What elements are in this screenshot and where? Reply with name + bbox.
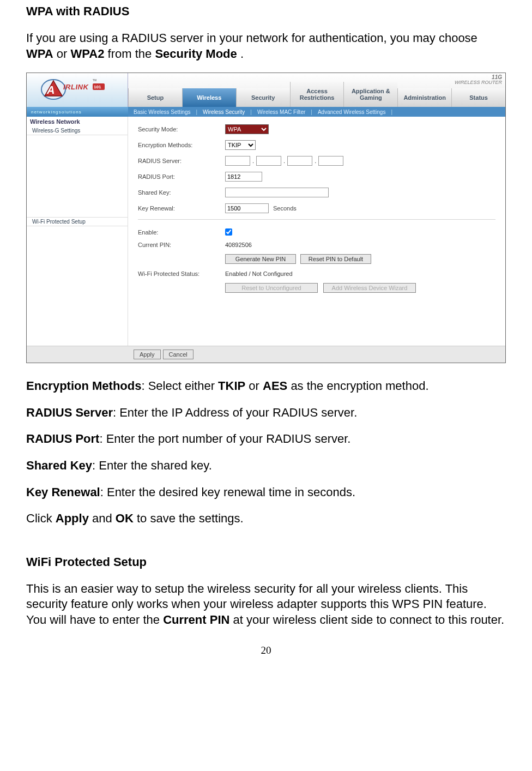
airlink-logo-icon: A IRLINK 101 TM (39, 77, 116, 103)
button-cancel[interactable]: Cancel (163, 350, 194, 359)
para-wps: This is an easier way to setup the wirel… (26, 581, 506, 628)
tab-setup[interactable]: Setup (128, 88, 182, 107)
router-body: Wireless Network Wireless-G Settings Wi-… (27, 117, 505, 346)
button-reset-pin[interactable]: Reset PIN to Default (300, 254, 371, 264)
text: If you are using a RADIUS server in your… (26, 31, 477, 45)
product-badge: 11G WIRELESS ROUTER (455, 75, 502, 85)
input-radius-port[interactable] (225, 172, 262, 182)
input-shared-key[interactable] (225, 188, 329, 197)
row-wps-status: Wi-Fi Protected Status: Enabled / Not Co… (138, 270, 495, 277)
text: or (245, 379, 263, 393)
button-add-device-wizard[interactable]: Add Wireless Device Wizard (323, 283, 416, 293)
subtab-separator: | (391, 109, 392, 115)
pin-button-row: Generate New PIN Reset PIN to Default (225, 254, 495, 264)
text: Click (26, 511, 56, 525)
intro-paragraph: If you are using a RADIUS server in your… (26, 31, 506, 62)
tagline: networkingsolutions (27, 107, 128, 117)
svg-text:101: 101 (94, 85, 101, 89)
tab-security[interactable]: Security (236, 88, 290, 107)
select-encryption[interactable]: TKIP (225, 140, 256, 150)
tab-status[interactable]: Status (451, 88, 505, 107)
term-radius-server: RADIUS Server (26, 406, 113, 419)
text: : Enter the IP Address of your RADIUS se… (113, 406, 357, 419)
term-aes: AES (263, 379, 287, 393)
sidebar: Wireless Network Wireless-G Settings Wi-… (27, 117, 128, 346)
para-radius-server: RADIUS Server: Enter the IP Address of y… (26, 405, 506, 421)
term-apply: Apply (56, 511, 89, 525)
main-tabs-row: 11G WIRELESS ROUTER Setup Wireless Secur… (128, 73, 505, 107)
row-current-pin: Current PIN: 40892506 (138, 242, 495, 248)
subtab-mac-filter[interactable]: Wireless MAC Filter (252, 109, 311, 115)
subheader-row: networkingsolutions Basic Wireless Setti… (27, 107, 505, 117)
input-radius-octet4[interactable] (318, 156, 343, 166)
para-radius-port: RADIUS Port: Enter the port number of yo… (26, 431, 506, 447)
input-radius-octet2[interactable] (256, 156, 281, 166)
dot-separator: . (283, 158, 285, 164)
svg-text:TM: TM (93, 79, 96, 82)
value-current-pin: 40892506 (225, 242, 252, 248)
term-current-pin: Current PIN (163, 613, 229, 627)
label-radius-port: RADIUS Port: (138, 173, 225, 180)
text: from the (108, 47, 155, 61)
term-key-renewal: Key Renewal (26, 485, 100, 499)
text: . (240, 47, 244, 61)
label-security-mode: Security Mode: (138, 126, 225, 132)
text: : Enter the shared key. (92, 459, 212, 472)
text: or (57, 47, 71, 61)
wps-action-row: Reset to Unconfigured Add Wireless Devic… (225, 283, 495, 293)
text: at your wireless client side to connect … (229, 613, 504, 627)
tab-access-restrictions[interactable]: Access Restrictions (290, 82, 344, 107)
label-encryption: Encryption Methods: (138, 142, 225, 148)
term-wpa: WPA (26, 47, 53, 61)
sidebar-item-wireless-g[interactable]: Wireless-G Settings (27, 127, 128, 135)
label-enable: Enable: (138, 229, 225, 236)
page-number: 20 (26, 644, 506, 656)
para-shared-key: Shared Key: Enter the shared key. (26, 458, 506, 474)
term-shared-key: Shared Key (26, 459, 92, 472)
sidebar-item-wps[interactable]: Wi-Fi Protected Setup (27, 217, 128, 226)
term-security-mode: Security Mode (155, 47, 237, 61)
row-security-mode: Security Mode: WPA (138, 124, 495, 134)
para-encryption: Encryption Methods: Select either TKIP o… (26, 378, 506, 394)
select-security-mode[interactable]: WPA (225, 124, 269, 134)
para-apply: Click Apply and OK to save the settings. (26, 511, 506, 527)
label-shared-key: Shared Key: (138, 189, 225, 196)
subtab-wireless-security[interactable]: Wireless Security (197, 109, 250, 115)
row-wps-enable: Enable: (138, 228, 495, 236)
subtab-basic-wireless[interactable]: Basic Wireless Settings (128, 109, 196, 115)
row-radius-port: RADIUS Port: (138, 172, 495, 182)
text: to save the settings. (134, 511, 244, 525)
label-key-renewal: Key Renewal: (138, 205, 225, 212)
label-wps-status: Wi-Fi Protected Status: (138, 270, 225, 277)
value-wps-status: Enabled / Not Configured (225, 270, 293, 277)
router-admin-screenshot: A IRLINK 101 TM 11G WIRELESS ROUTER Setu… (26, 73, 506, 363)
row-key-renewal: Key Renewal: Seconds (138, 203, 495, 213)
sidebar-heading-wireless-network: Wireless Network (27, 117, 128, 127)
subtabs-row: Basic Wireless Settings | Wireless Secur… (128, 107, 505, 117)
dot-separator: . (252, 158, 254, 164)
text: : Enter the port number of your RADIUS s… (99, 432, 350, 445)
dot-separator: . (315, 158, 316, 164)
divider (138, 219, 495, 220)
input-radius-octet1[interactable] (225, 156, 250, 166)
tab-administration[interactable]: Administration (397, 88, 451, 107)
checkbox-wps-enable[interactable] (225, 228, 232, 236)
text: : Select either (141, 379, 218, 393)
label-current-pin: Current PIN: (138, 242, 225, 248)
input-radius-octet3[interactable] (287, 156, 312, 166)
subtab-advanced-wireless[interactable]: Advanced Wireless Settings (312, 109, 391, 115)
section-heading-wps: WiFi Protected Setup (26, 555, 506, 569)
tab-wireless[interactable]: Wireless (182, 88, 236, 107)
button-apply[interactable]: Apply (134, 350, 161, 359)
term-tkip: TKIP (218, 379, 245, 393)
row-encryption: Encryption Methods: TKIP (138, 140, 495, 150)
term-wpa2: WPA2 (71, 47, 105, 61)
content-area: Security Mode: WPA Encryption Methods: T… (128, 117, 505, 346)
tab-application-gaming[interactable]: Application & Gaming (343, 82, 397, 107)
button-generate-pin[interactable]: Generate New PIN (225, 254, 296, 264)
label-radius-server: RADIUS Server: (138, 158, 225, 164)
svg-text:A: A (46, 84, 55, 96)
button-reset-unconfigured[interactable]: Reset to Unconfigured (225, 283, 318, 293)
input-key-renewal[interactable] (225, 203, 269, 213)
term-radius-port: RADIUS Port (26, 432, 99, 445)
